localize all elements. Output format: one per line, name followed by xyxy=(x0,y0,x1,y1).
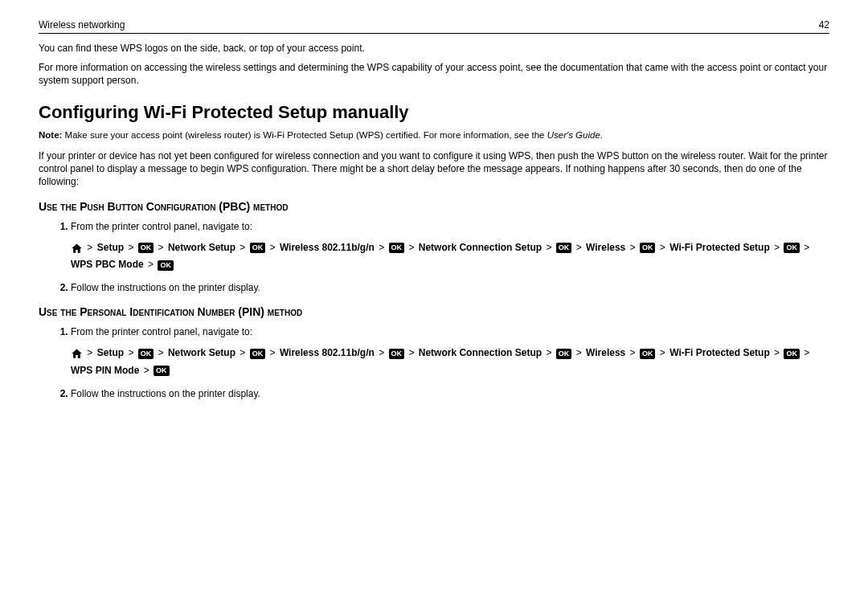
nav-wireless: Wireless xyxy=(586,242,625,253)
page-header: Wireless networking 42 xyxy=(39,19,829,34)
gt: > xyxy=(628,347,637,358)
pin-step2-text: Follow the instructions on the printer d… xyxy=(71,388,260,399)
gt: > xyxy=(658,242,667,253)
gt: > xyxy=(544,347,553,358)
ok-badge: OK xyxy=(784,243,800,253)
intro-line-2: For more information on accessing the wi… xyxy=(39,61,829,87)
nav-wifi-protected: Wi‑Fi Protected Setup xyxy=(669,242,770,253)
pbc-nav-path: > Setup > OK > Network Setup > OK > Wire… xyxy=(71,239,829,274)
ok-badge: OK xyxy=(138,349,154,359)
gt: > xyxy=(268,347,277,358)
nav-network-conn-setup: Network Connection Setup xyxy=(419,347,542,358)
gt: > xyxy=(268,242,277,253)
home-icon xyxy=(71,243,83,254)
gt: > xyxy=(802,242,811,253)
gt: > xyxy=(146,259,155,270)
nav-setup: Setup xyxy=(97,347,124,358)
nav-network-setup: Network Setup xyxy=(168,242,235,253)
pin-step-1: From the printer control panel, navigate… xyxy=(71,325,829,379)
gt: > xyxy=(157,347,166,358)
pbc-step-2: Follow the instructions on the printer d… xyxy=(71,280,829,296)
gt: > xyxy=(575,347,583,358)
ok-badge: OK xyxy=(389,243,405,253)
nav-network-conn-setup: Network Connection Setup xyxy=(419,242,542,253)
gt: > xyxy=(575,242,583,253)
gt: > xyxy=(126,242,135,253)
nav-setup: Setup xyxy=(97,242,124,253)
pin-nav-path: > Setup > OK > Network Setup > OK > Wire… xyxy=(71,345,829,379)
nav-wireless-band: Wireless 802.11b/g/n xyxy=(280,242,375,253)
gt: > xyxy=(142,365,151,376)
pbc-step2-text: Follow the instructions on the printer d… xyxy=(71,282,260,293)
gt: > xyxy=(157,242,166,253)
pbc-steps: From the printer control panel, navigate… xyxy=(39,219,829,296)
gt: > xyxy=(772,242,781,253)
pin-heading: Use the Personal Identification Number (… xyxy=(39,305,829,318)
gt: > xyxy=(126,347,135,358)
nav-wireless: Wireless xyxy=(586,347,625,358)
note-after: . xyxy=(600,130,603,140)
nav-wireless-band: Wireless 802.11b/g/n xyxy=(280,347,375,358)
config-intro: If your printer or device has not yet be… xyxy=(39,149,829,189)
ok-badge: OK xyxy=(640,243,656,253)
gt: > xyxy=(658,347,667,358)
ok-badge: OK xyxy=(158,260,174,271)
ok-badge: OK xyxy=(556,349,572,359)
note-italic: User's Guide xyxy=(547,130,600,140)
gt: > xyxy=(407,242,416,253)
pin-step-2: Follow the instructions on the printer d… xyxy=(71,386,829,402)
gt: > xyxy=(85,242,94,253)
ok-badge: OK xyxy=(138,243,154,253)
ok-badge: OK xyxy=(784,349,800,359)
home-icon xyxy=(71,348,83,359)
nav-mode: WPS PBC Mode xyxy=(71,259,144,270)
nav-mode: WPS PIN Mode xyxy=(71,365,139,376)
ok-badge: OK xyxy=(556,243,572,253)
nav-network-setup: Network Setup xyxy=(168,347,235,358)
pbc-heading: Use the Push Button Configuration (PBC) … xyxy=(39,200,829,213)
ok-badge: OK xyxy=(250,243,266,253)
gt: > xyxy=(802,347,811,358)
gt: > xyxy=(377,347,386,358)
gt: > xyxy=(85,347,94,358)
gt: > xyxy=(407,347,416,358)
page-number: 42 xyxy=(819,19,829,31)
pin-steps: From the printer control panel, navigate… xyxy=(39,325,829,402)
ok-badge: OK xyxy=(250,349,266,359)
pbc-step-1: From the printer control panel, navigate… xyxy=(71,219,829,274)
header-title: Wireless networking xyxy=(39,19,125,31)
gt: > xyxy=(628,242,637,253)
ok-badge: OK xyxy=(389,349,405,359)
gt: > xyxy=(544,242,553,253)
pbc-step1-text: From the printer control panel, navigate… xyxy=(71,221,252,232)
gt: > xyxy=(238,242,247,253)
gt: > xyxy=(772,347,781,358)
note-block: Note: Make sure your access point (wirel… xyxy=(39,129,829,142)
pin-step1-text: From the printer control panel, navigate… xyxy=(71,326,252,337)
intro-line-1: You can find these WPS logos on the side… xyxy=(39,42,829,55)
main-heading: Configuring Wi‑Fi Protected Setup manual… xyxy=(39,102,829,123)
ok-badge: OK xyxy=(640,349,656,359)
document-page: Wireless networking 42 You can find thes… xyxy=(0,0,868,613)
note-body: Make sure your access point (wireless ro… xyxy=(62,130,547,140)
ok-badge: OK xyxy=(154,366,170,376)
gt: > xyxy=(377,242,386,253)
note-label: Note: xyxy=(39,130,62,140)
nav-wifi-protected: Wi‑Fi Protected Setup xyxy=(669,347,770,358)
gt: > xyxy=(238,347,247,358)
